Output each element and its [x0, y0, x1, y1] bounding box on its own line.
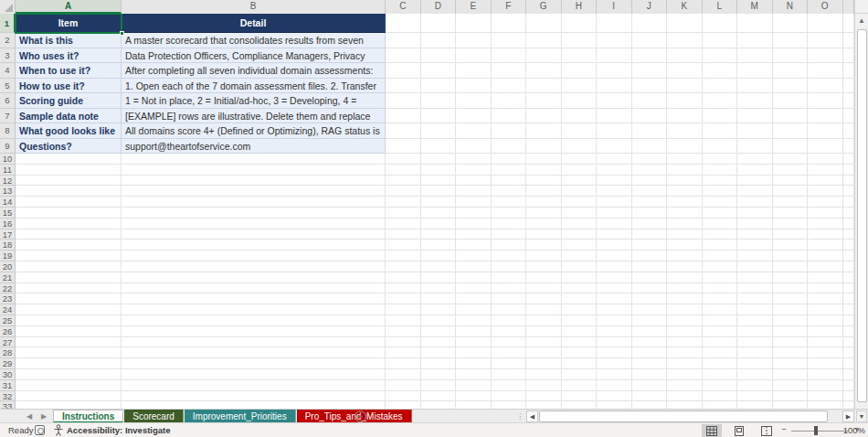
cell-D26[interactable] [421, 326, 457, 337]
cell-partial-9[interactable] [843, 139, 855, 155]
cell-J2[interactable] [632, 33, 668, 48]
cell-O33[interactable] [808, 401, 843, 409]
cell-J29[interactable] [632, 358, 668, 369]
cell-H20[interactable] [562, 261, 598, 272]
cell-B22[interactable] [122, 283, 386, 294]
cell-O13[interactable] [808, 186, 843, 197]
row-header-2[interactable]: 2 [0, 33, 16, 48]
cell-K5[interactable] [667, 79, 703, 94]
row-header-31[interactable]: 31 [0, 380, 16, 391]
cell-M15[interactable] [737, 208, 773, 218]
column-header-F[interactable]: F [492, 0, 527, 14]
cell-A26[interactable] [16, 326, 122, 337]
cell-N22[interactable] [773, 283, 809, 294]
cell-A27[interactable] [16, 337, 122, 348]
zoom-out-button[interactable]: − [778, 424, 789, 434]
cell-O32[interactable] [808, 391, 843, 402]
cell-D6[interactable] [421, 93, 457, 109]
macro-record-icon[interactable] [35, 425, 45, 435]
cell-N8[interactable] [773, 123, 809, 139]
cell-L21[interactable] [703, 272, 738, 283]
cell-A5[interactable]: How to use it? [16, 79, 122, 94]
column-header-G[interactable]: G [526, 0, 562, 14]
cell-I9[interactable] [597, 139, 632, 155]
cell-F21[interactable] [492, 272, 527, 283]
column-header-D[interactable]: D [421, 0, 457, 14]
row-header-5[interactable]: 5 [0, 79, 16, 94]
cell-F9[interactable] [492, 139, 527, 155]
cell-N18[interactable] [773, 240, 809, 250]
column-header-N[interactable]: N [773, 0, 809, 14]
cell-K15[interactable] [667, 208, 703, 218]
cell-I28[interactable] [597, 347, 632, 358]
cell-D11[interactable] [421, 165, 457, 176]
cell-H19[interactable] [562, 250, 598, 261]
cell-A14[interactable] [16, 197, 122, 208]
cell-K9[interactable] [667, 139, 703, 155]
cell-J24[interactable] [632, 304, 668, 315]
cell-M5[interactable] [737, 79, 773, 94]
cell-G33[interactable] [526, 401, 562, 409]
cell-G13[interactable] [526, 186, 562, 197]
cell-N27[interactable] [773, 337, 809, 348]
cell-B21[interactable] [122, 272, 386, 283]
column-header-M[interactable]: M [737, 0, 773, 14]
cell-B6[interactable]: 1 = Not in place, 2 = Initial/ad-hoc, 3 … [122, 93, 386, 109]
new-sheet-button[interactable]: + [355, 410, 366, 422]
cell-E30[interactable] [456, 369, 492, 380]
cell-F30[interactable] [492, 369, 527, 380]
cell-N28[interactable] [773, 347, 809, 358]
cell-G5[interactable] [526, 79, 562, 94]
cell-D21[interactable] [421, 272, 457, 283]
column-header-H[interactable]: H [562, 0, 598, 14]
row-header-21[interactable]: 21 [0, 272, 16, 283]
cell-O18[interactable] [808, 240, 843, 250]
cell-O15[interactable] [808, 208, 843, 218]
cell-A10[interactable] [16, 154, 122, 165]
cell-L30[interactable] [703, 369, 738, 380]
cell-partial-16[interactable] [843, 218, 855, 229]
cell-F19[interactable] [492, 250, 527, 261]
cell-O1[interactable] [808, 14, 843, 33]
cell-M1[interactable] [737, 14, 773, 33]
cell-N11[interactable] [773, 165, 809, 176]
row-header-12[interactable]: 12 [0, 176, 16, 187]
cell-A16[interactable] [16, 218, 122, 229]
cell-M8[interactable] [737, 123, 773, 139]
cell-J8[interactable] [632, 123, 668, 139]
cell-A2[interactable]: What is this template? [16, 33, 122, 48]
cell-J11[interactable] [632, 165, 668, 176]
cell-N9[interactable] [773, 139, 809, 155]
cell-K24[interactable] [667, 304, 703, 315]
cell-I15[interactable] [597, 208, 632, 218]
cell-A3[interactable]: Who uses it? [16, 48, 122, 64]
cell-M16[interactable] [737, 218, 773, 229]
cell-O20[interactable] [808, 261, 843, 272]
cell-partial-17[interactable] [843, 229, 855, 240]
cell-D8[interactable] [421, 123, 457, 139]
cell-I27[interactable] [597, 337, 632, 348]
cell-F18[interactable] [492, 240, 527, 250]
cell-I22[interactable] [597, 283, 632, 294]
cell-E2[interactable] [456, 33, 492, 48]
cell-O25[interactable] [808, 315, 843, 326]
zoom-slider-thumb[interactable] [814, 426, 818, 435]
cell-E16[interactable] [456, 218, 492, 229]
cell-M17[interactable] [737, 229, 773, 240]
cell-L3[interactable] [703, 48, 738, 64]
cell-G30[interactable] [526, 369, 562, 380]
row-header-8[interactable]: 8 [0, 123, 16, 139]
cell-F26[interactable] [492, 326, 527, 337]
cell-J4[interactable] [632, 63, 668, 79]
cell-C20[interactable] [386, 261, 421, 272]
cell-H32[interactable] [562, 391, 598, 402]
cell-C31[interactable] [386, 380, 421, 391]
cell-C18[interactable] [386, 240, 421, 250]
cell-O21[interactable] [808, 272, 843, 283]
cell-G24[interactable] [526, 304, 562, 315]
cell-E14[interactable] [456, 197, 492, 208]
cell-I8[interactable] [597, 123, 632, 139]
cell-M13[interactable] [737, 186, 773, 197]
cell-L12[interactable] [703, 176, 738, 187]
cell-L2[interactable] [703, 33, 738, 48]
